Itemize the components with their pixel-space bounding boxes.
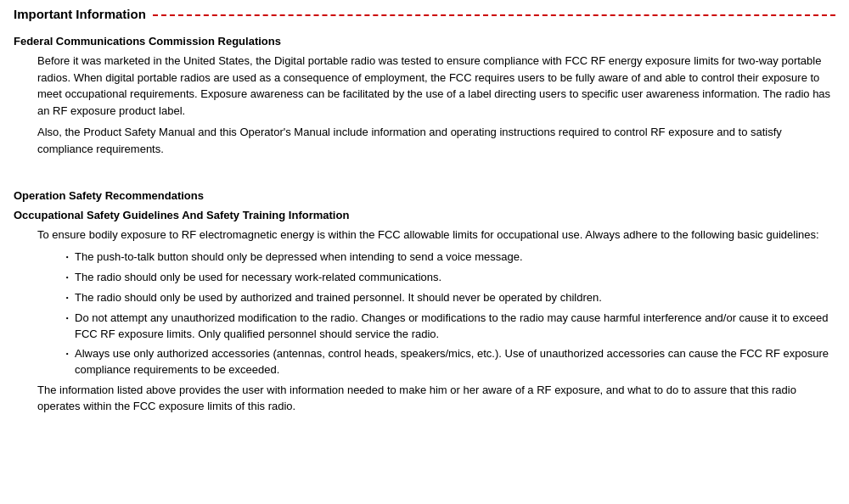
spacer-1 [14, 165, 835, 177]
operation-title: Operation Safety Recommendations [14, 189, 835, 202]
header-row: Important Information [14, 7, 835, 21]
subsection-intro: To ensure bodily exposure to RF electrom… [37, 227, 835, 244]
fcc-section: Federal Communications Commission Regula… [14, 35, 835, 157]
bullet-dot-3: ・ [61, 289, 73, 307]
bullet-dot-5: ・ [61, 345, 73, 363]
bullet-item-3: ・ The radio should only be used by autho… [61, 289, 835, 307]
bullet-dot-2: ・ [61, 269, 73, 287]
spacer-2 [14, 177, 835, 189]
operation-section: Operation Safety Recommendations Occupat… [14, 189, 835, 415]
bullet-text-1: The push-to-talk button should only be d… [75, 249, 835, 266]
bullet-dot-1: ・ [61, 249, 73, 266]
bullet-text-5: Always use only authorized accessories (… [75, 345, 835, 378]
page-title: Important Information [14, 7, 146, 21]
bullet-text-3: The radio should only be used by authori… [75, 289, 835, 306]
header-dashed-line [153, 14, 835, 16]
bullet-item-4: ・ Do not attempt any unauthorized modifi… [61, 310, 835, 343]
bullet-item-1: ・ The push-to-talk button should only be… [61, 249, 835, 266]
subsection-title: Occupational Safety Guidelines And Safet… [14, 209, 835, 221]
fcc-paragraph-2: Also, the Product Safety Manual and this… [37, 124, 835, 157]
page-container: Important Information Federal Communicat… [0, 0, 849, 437]
fcc-content: Before it was marketed in the United Sta… [14, 53, 835, 157]
subsection-closing: The information listed above provides th… [37, 382, 835, 415]
bullet-item-2: ・ The radio should only be used for nece… [61, 269, 835, 287]
bullet-text-2: The radio should only be used for necess… [75, 269, 835, 286]
fcc-title: Federal Communications Commission Regula… [14, 35, 835, 48]
fcc-paragraph-1: Before it was marketed in the United Sta… [37, 53, 835, 119]
subsection-content: To ensure bodily exposure to RF electrom… [14, 227, 835, 415]
bullet-text-4: Do not attempt any unauthorized modifica… [75, 310, 835, 343]
bullet-dot-4: ・ [61, 310, 73, 328]
bullet-list: ・ The push-to-talk button should only be… [37, 249, 835, 378]
bullet-item-5: ・ Always use only authorized accessories… [61, 345, 835, 378]
